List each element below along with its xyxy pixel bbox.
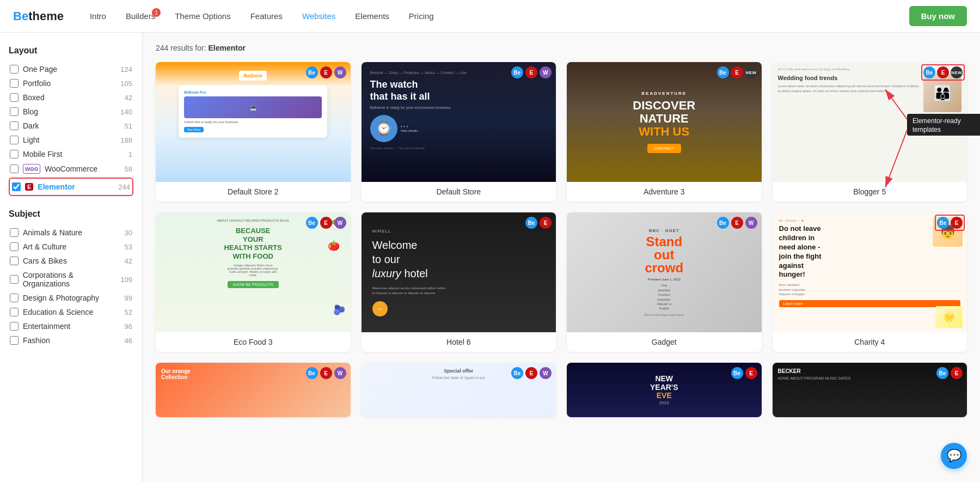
results-label: results for:	[170, 44, 208, 52]
filter-one-page[interactable]: One Page 124	[9, 62, 133, 76]
filter-ent-checkbox[interactable]	[10, 322, 19, 331]
filter-elementor[interactable]: E Elementor 244	[11, 180, 131, 194]
filter-art[interactable]: Art & Culture 53	[9, 240, 133, 254]
buy-now-button[interactable]: Buy now	[909, 6, 967, 26]
filter-dark[interactable]: Dark 51	[9, 119, 133, 133]
filter-one-page-count: 124	[120, 65, 132, 74]
nav-elements[interactable]: Elements	[355, 11, 389, 21]
main-nav: Intro Builders 1 Theme Options Features …	[90, 11, 909, 21]
filter-elementor-checkbox[interactable]	[12, 182, 21, 191]
filter-light[interactable]: Light 188	[9, 133, 133, 147]
nav-pricing[interactable]: Pricing	[409, 11, 434, 21]
filter-corporations[interactable]: Corporations & Organizations 109	[9, 268, 133, 291]
filter-animals-checkbox[interactable]	[10, 228, 19, 237]
filter-light-label: Light	[23, 136, 39, 144]
card-row3-3[interactable]: NEWYEAR'SEVE 2023 Be E	[567, 363, 762, 417]
card-thumb-row3-1: Our orangeCollection Be E W	[156, 363, 351, 417]
be-badge-r31: Be	[306, 367, 318, 379]
template-grid-row1: BeStore BeBook Pro 💻 Unlock this is read…	[156, 62, 967, 202]
card-eco-food-3[interactable]: ABOUT CONTACT RECIPES PRODUCTS BLOG BECA…	[156, 212, 351, 352]
filter-blog-count: 140	[120, 108, 132, 116]
be-badge: Be	[306, 66, 318, 78]
nav-websites[interactable]: Websites	[302, 11, 335, 21]
woo-badge-r32: W	[540, 367, 552, 379]
card-thumb-row3-2: Special offer Follow the taste of Japan …	[362, 363, 556, 417]
filter-mobile-first[interactable]: Mobile First 1	[9, 147, 133, 161]
card-thumb-charity-4: be · Domain → ■ Do not leavechildren inn…	[773, 212, 967, 332]
filter-mobile-checkbox[interactable]	[10, 150, 19, 158]
filter-fashion[interactable]: Fashion 46	[9, 333, 133, 347]
filter-art-count: 53	[125, 243, 132, 251]
card-default-store-2[interactable]: BeStore BeBook Pro 💻 Unlock this is read…	[156, 62, 351, 202]
card-row3-1[interactable]: Our orangeCollection Be E W	[156, 363, 351, 417]
badge-row-2: Be E W	[511, 66, 552, 78]
woo-badge-2: W	[540, 66, 552, 78]
template-grid-row2: ABOUT CONTACT RECIPES PRODUCTS BLOG BECA…	[156, 212, 967, 352]
filter-design-label: Design & Photography	[23, 294, 99, 302]
filter-fashion-checkbox[interactable]	[10, 336, 19, 345]
chat-bubble[interactable]: 💬	[941, 443, 967, 469]
filter-dark-checkbox[interactable]	[10, 121, 19, 130]
card-thumb-gadget: BBC · DGET Standoutcrowd Premiere June 1…	[567, 212, 762, 332]
filter-blog[interactable]: Blog 140	[9, 105, 133, 119]
filter-elementor-count: 244	[118, 183, 130, 191]
logo-theme: theme	[28, 9, 64, 23]
card-gadget[interactable]: BBC · DGET Standoutcrowd Premiere June 1…	[567, 212, 762, 352]
woo-badge: W	[334, 66, 346, 78]
filter-corps-checkbox[interactable]	[10, 275, 19, 284]
filter-one-page-checkbox[interactable]	[10, 65, 19, 74]
badge-row-7: Be E W	[717, 217, 757, 229]
results-count: 244	[156, 44, 168, 52]
be-badge-r33: Be	[731, 367, 743, 379]
filter-woo-checkbox[interactable]	[10, 164, 19, 173]
filter-cars-checkbox[interactable]	[10, 257, 19, 265]
filter-edu-checkbox[interactable]	[10, 308, 19, 316]
nav-theme-options[interactable]: Theme Options	[175, 11, 231, 21]
filter-education[interactable]: Education & Science 52	[9, 305, 133, 319]
filter-portfolio-checkbox[interactable]	[10, 79, 19, 88]
filter-cars-count: 42	[125, 257, 132, 265]
logo-be: Be	[13, 9, 28, 23]
nav-features[interactable]: Features	[250, 11, 283, 21]
card-adventure-3[interactable]: BEADVENTURE DISCOVERNATUREWITH US CONTAC…	[567, 62, 762, 202]
nav-builders[interactable]: Builders 1	[126, 11, 155, 21]
page-body: Layout One Page 124 Portfolio 105 Boxed …	[0, 33, 980, 482]
filter-boxed[interactable]: Boxed 42	[9, 90, 133, 105]
filter-mobile-label: Mobile First	[23, 150, 62, 158]
filter-fashion-count: 46	[125, 337, 132, 345]
filter-boxed-count: 42	[125, 94, 132, 102]
card-row3-4[interactable]: BECKER HOME ABOUT PROGRAM MUSIC DATES Be…	[773, 363, 967, 417]
filter-ent-label: Entertainment	[23, 322, 70, 331]
card-blogger-5[interactable]: Hi I'm Julie and welcome to my blog. he-…	[773, 62, 967, 202]
filter-animals[interactable]: Animals & Nature 30	[9, 225, 133, 240]
nav-intro[interactable]: Intro	[90, 11, 106, 21]
filter-portfolio-label: Portfolio	[23, 79, 51, 88]
logo[interactable]: Betheme	[13, 9, 64, 23]
card-row3-2[interactable]: Special offer Follow the taste of Japan …	[362, 363, 556, 417]
be-badge-5: Be	[306, 217, 318, 229]
elementor-icon: E	[25, 183, 33, 191]
filter-design-checkbox[interactable]	[10, 294, 19, 302]
filter-design[interactable]: Design & Photography 99	[9, 291, 133, 305]
elementor-badge-2: E	[525, 66, 537, 78]
main-content: 244 results for: Elementor BeStore BeBoo…	[143, 33, 980, 482]
filter-edu-label: Education & Science	[23, 308, 93, 316]
card-thumb-row3-4: BECKER HOME ABOUT PROGRAM MUSIC DATES Be…	[773, 363, 967, 417]
filter-portfolio[interactable]: Portfolio 105	[9, 76, 133, 90]
elementor-badge-5: E	[320, 217, 332, 229]
card-name-gadget: Gadget	[567, 332, 762, 352]
filter-woocommerce[interactable]: woo WooCommerce 58	[9, 161, 133, 176]
filter-cars[interactable]: Cars & Bikes 42	[9, 254, 133, 268]
filter-boxed-checkbox[interactable]	[10, 93, 19, 102]
card-thumb-default-store: Bestore — Shop — Features — About — Cont…	[362, 62, 556, 182]
filter-blog-checkbox[interactable]	[10, 107, 19, 116]
filter-light-checkbox[interactable]	[10, 136, 19, 144]
card-default-store[interactable]: Bestore — Shop — Features — About — Cont…	[362, 62, 556, 202]
card-charity-4[interactable]: be · Domain → ■ Do not leavechildren inn…	[773, 212, 967, 352]
filter-art-checkbox[interactable]	[10, 242, 19, 251]
header: Betheme Intro Builders 1 Theme Options F…	[0, 0, 980, 33]
filter-entertainment[interactable]: Entertainment 96	[9, 319, 133, 333]
new-badge-4: NEW	[951, 66, 963, 78]
badge-row-5: Be E W	[306, 217, 346, 229]
card-hotel-6[interactable]: MIRELL Welcometo ourluxury hotel Maecena…	[362, 212, 556, 352]
